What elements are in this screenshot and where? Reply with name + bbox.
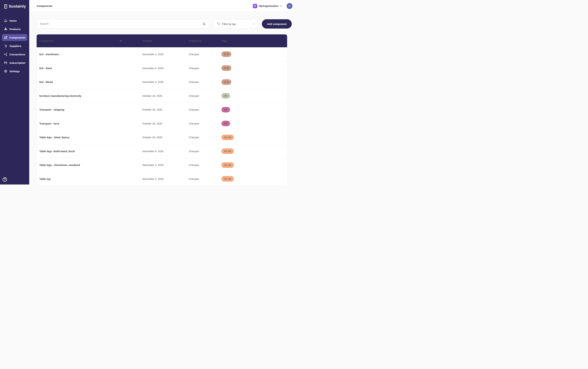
sidebar: Sustainly Home Products Components xyxy=(0,0,29,184)
created-by-cell: Chenyan xyxy=(189,136,222,139)
created-by-cell: Chenyan xyxy=(189,108,222,111)
created-by-cell: Chenyan xyxy=(189,94,222,97)
created-by-cell: Chenyan xyxy=(189,122,222,125)
component-name-cell: Transport - shipping xyxy=(39,108,120,111)
table-body: Eol - Aluminium November 4, 2025 Chenyan… xyxy=(37,47,287,184)
gear-icon xyxy=(4,70,7,73)
table-row[interactable]: Table legs - Steel, Epoxy October 28, 20… xyxy=(37,130,287,144)
grid-icon xyxy=(4,36,7,39)
component-name-cell: Eol - Aluminium xyxy=(39,53,120,56)
sidebar-nav: Home Products Components Suppliers xyxy=(0,17,29,75)
created-by-cell: Chenyan xyxy=(189,67,222,70)
sidebar-item-suppliers[interactable]: Suppliers xyxy=(2,42,27,49)
sidebar-item-label: Connections xyxy=(10,53,25,56)
tags-cell: C-D xyxy=(222,79,287,85)
created-date-cell: November 4, 2025 xyxy=(142,81,189,83)
sidebar-item-connections[interactable]: Connections xyxy=(2,51,27,58)
table-row[interactable]: Eol - Wood November 4, 2025 Chenyan C-D xyxy=(37,75,287,89)
topbar: Components MyOrganisation C xyxy=(29,0,294,12)
sidebar-item-home[interactable]: Home xyxy=(2,17,27,24)
tag-badge: A1-A3 xyxy=(222,135,234,140)
help-icon xyxy=(2,177,8,182)
cart-icon xyxy=(4,44,7,48)
content: Filter by tag Add component Component ID… xyxy=(29,12,294,184)
table-row[interactable]: Table top November 4, 2025 Chenyan A1-A3 xyxy=(37,172,287,185)
tag-badge: C-D xyxy=(222,79,231,85)
user-avatar[interactable]: C xyxy=(287,3,293,9)
column-header-tags: Tags xyxy=(222,39,287,42)
component-name-cell: Eol - Wood xyxy=(39,81,120,83)
home-icon xyxy=(4,19,7,22)
table-row[interactable]: Transport - shipping October 28, 2025 Ch… xyxy=(37,103,287,117)
table-row[interactable]: Transport - lorry October 28, 2025 Cheny… xyxy=(37,117,287,131)
share-icon xyxy=(4,53,7,56)
help-button[interactable] xyxy=(2,177,8,183)
component-name-cell: Table top xyxy=(39,177,120,180)
sidebar-item-settings[interactable]: Settings xyxy=(2,68,27,75)
created-date-cell: November 4, 2025 xyxy=(142,67,189,70)
sidebar-item-label: Products xyxy=(10,28,21,31)
component-name-cell: Table legs -Solid wood, birch xyxy=(39,150,120,153)
created-by-cell: Chenyan xyxy=(189,53,222,56)
table-row[interactable]: Table legs - Aluminium, anodized Novembe… xyxy=(37,158,287,172)
sidebar-item-label: Components xyxy=(10,36,25,39)
tag-badge: A1-A3 xyxy=(222,176,234,182)
component-name-cell: Table legs - Steel, Epoxy xyxy=(39,136,120,139)
cubes-icon xyxy=(4,27,7,31)
created-date-cell: November 4, 2025 xyxy=(142,53,189,56)
tags-cell: C-D xyxy=(222,65,287,71)
tags-cell: A1-A3 xyxy=(222,162,287,168)
tag-badge: C-D xyxy=(222,65,231,71)
column-header-created: Created xyxy=(142,39,189,42)
tags-cell: A1-A3 xyxy=(222,176,287,182)
add-component-button[interactable]: Add component xyxy=(262,19,292,29)
tag-badge: C-D xyxy=(222,51,231,57)
search-icon xyxy=(202,22,206,27)
component-name-cell: Table legs - Aluminium, anodized xyxy=(39,164,120,166)
sidebar-item-label: Home xyxy=(10,19,17,22)
tag-badge: A4 xyxy=(222,121,230,126)
tag-badge: A1-A3 xyxy=(222,148,234,154)
tag-badge: A1-A3 xyxy=(222,162,234,168)
table-header: Component ID Created Created by Tags xyxy=(37,34,287,47)
main-area: Components MyOrganisation C xyxy=(29,0,294,184)
filter-by-tag-dropdown[interactable]: Filter by tag xyxy=(214,19,258,29)
sidebar-item-label: Suppliers xyxy=(10,44,21,47)
created-by-cell: Chenyan xyxy=(189,177,222,180)
table-row[interactable]: Eol - Steel November 4, 2025 Chenyan C-D xyxy=(37,61,287,75)
organisation-selector[interactable]: MyOrganisation xyxy=(253,4,287,8)
organisation-icon xyxy=(253,4,257,8)
organisation-name: MyOrganisation xyxy=(259,4,278,7)
app-logo: Sustainly xyxy=(0,0,29,9)
tags-cell: A5 xyxy=(222,93,287,99)
sidebar-item-label: Settings xyxy=(10,70,20,73)
sidebar-item-products[interactable]: Products xyxy=(2,26,27,32)
created-date-cell: October 28, 2025 xyxy=(142,94,189,97)
sidebar-item-components[interactable]: Components xyxy=(2,34,27,41)
created-by-cell: Chenyan xyxy=(189,164,222,166)
tags-cell: A4 xyxy=(222,107,287,113)
sidebar-item-label: Subscription xyxy=(10,62,25,64)
tags-cell: A4 xyxy=(222,121,287,126)
tag-icon xyxy=(217,22,220,26)
chevron-down-icon xyxy=(252,23,255,25)
app-name: Sustainly xyxy=(9,4,26,9)
sustainly-logo-icon xyxy=(3,4,8,9)
column-header-id: ID xyxy=(120,39,142,42)
component-name-cell: furniture manufacturing electricity xyxy=(39,94,120,97)
table-row[interactable]: Table legs -Solid wood, birch November 4… xyxy=(37,144,287,158)
table-row[interactable]: furniture manufacturing electricity Octo… xyxy=(37,89,287,103)
created-date-cell: November 4, 2025 xyxy=(142,164,189,166)
created-date-cell: October 28, 2025 xyxy=(142,122,189,125)
credit-card-icon xyxy=(4,61,7,64)
created-date-cell: October 28, 2025 xyxy=(142,108,189,111)
created-by-cell: Chenyan xyxy=(189,150,222,153)
sidebar-item-subscription[interactable]: Subscription xyxy=(2,59,27,66)
tags-cell: C-D xyxy=(222,51,287,57)
tags-cell: A1-A3 xyxy=(222,135,287,140)
created-date-cell: November 4, 2025 xyxy=(142,177,189,180)
search-input[interactable] xyxy=(37,19,209,29)
component-name-cell: Transport - lorry xyxy=(39,122,120,125)
components-table: Component ID Created Created by Tags Eol… xyxy=(37,34,287,184)
table-row[interactable]: Eol - Aluminium November 4, 2025 Chenyan… xyxy=(37,47,287,61)
